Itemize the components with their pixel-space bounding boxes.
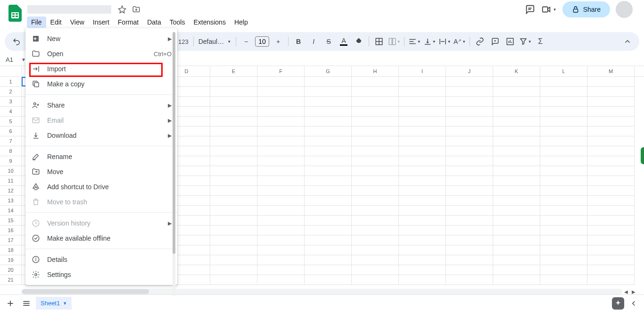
- cell[interactable]: [540, 176, 587, 186]
- cell[interactable]: [446, 235, 493, 245]
- cell[interactable]: [446, 176, 493, 186]
- row-header[interactable]: 12: [0, 186, 22, 196]
- share-button[interactable]: Share: [562, 1, 610, 17]
- cell[interactable]: [257, 186, 305, 196]
- cell[interactable]: [305, 136, 352, 146]
- cell[interactable]: [540, 245, 587, 255]
- fill-color-button[interactable]: [352, 34, 366, 49]
- cell[interactable]: [540, 166, 587, 176]
- comment-history-icon[interactable]: [524, 4, 536, 15]
- column-header[interactable]: M: [587, 66, 635, 76]
- row-header[interactable]: 17: [0, 235, 22, 245]
- row-header[interactable]: 14: [0, 206, 22, 216]
- cell[interactable]: [493, 226, 540, 235]
- cell[interactable]: [257, 176, 305, 186]
- cell[interactable]: [540, 275, 587, 285]
- file-menu-download[interactable]: Download ▶: [25, 128, 177, 143]
- cell[interactable]: [210, 156, 257, 166]
- cell[interactable]: [493, 216, 540, 226]
- cell[interactable]: [399, 77, 446, 87]
- cell[interactable]: [210, 166, 257, 176]
- add-sheet-button[interactable]: [4, 297, 17, 310]
- cell[interactable]: [352, 146, 399, 156]
- cell[interactable]: [305, 126, 352, 136]
- row-header[interactable]: 10: [0, 166, 22, 176]
- cell[interactable]: [352, 245, 399, 255]
- file-menu-settings[interactable]: Settings: [25, 267, 177, 282]
- strikethrough-button[interactable]: S: [322, 34, 336, 49]
- cell[interactable]: [399, 126, 446, 136]
- column-header[interactable]: E: [210, 66, 257, 76]
- cell[interactable]: [210, 97, 257, 107]
- cell[interactable]: [305, 87, 352, 97]
- row-header[interactable]: 20: [0, 265, 22, 275]
- cell[interactable]: [399, 97, 446, 107]
- cell[interactable]: [587, 176, 635, 186]
- menu-tools[interactable]: Tools: [165, 17, 190, 28]
- cell[interactable]: [493, 87, 540, 97]
- file-menu-share[interactable]: Share ▶: [25, 98, 177, 113]
- file-menu-import[interactable]: Import: [25, 61, 177, 76]
- cell[interactable]: [210, 176, 257, 186]
- cell[interactable]: [587, 265, 635, 275]
- cell[interactable]: [210, 107, 257, 117]
- borders-button[interactable]: [372, 34, 386, 49]
- cell[interactable]: [540, 87, 587, 97]
- file-menu-open[interactable]: Open Ctrl+O: [25, 46, 177, 61]
- select-all-corner[interactable]: [0, 66, 22, 76]
- cell[interactable]: [587, 196, 635, 206]
- sheets-logo-icon[interactable]: [6, 4, 25, 23]
- all-sheets-button[interactable]: [20, 297, 33, 310]
- vertical-align-button[interactable]: ▼: [422, 34, 437, 49]
- row-header[interactable]: 15: [0, 216, 22, 226]
- file-menu-rename[interactable]: Rename: [25, 149, 177, 164]
- cell[interactable]: [446, 206, 493, 216]
- row-header[interactable]: 5: [0, 117, 22, 126]
- cell[interactable]: [305, 216, 352, 226]
- cell[interactable]: [210, 186, 257, 196]
- cell[interactable]: [446, 77, 493, 87]
- functions-button[interactable]: Σ: [533, 34, 547, 49]
- bold-button[interactable]: B: [291, 34, 305, 49]
- menu-insert[interactable]: Insert: [89, 17, 114, 28]
- file-menu-add-shortcut[interactable]: Add shortcut to Drive: [25, 179, 177, 194]
- cell[interactable]: [493, 107, 540, 117]
- cell[interactable]: [352, 275, 399, 285]
- cell[interactable]: [305, 196, 352, 206]
- italic-button[interactable]: I: [306, 34, 321, 49]
- column-header[interactable]: F: [257, 66, 305, 76]
- cell[interactable]: [352, 97, 399, 107]
- cell[interactable]: [399, 107, 446, 117]
- cell[interactable]: [587, 107, 635, 117]
- cell[interactable]: [399, 166, 446, 176]
- cell[interactable]: [305, 176, 352, 186]
- row-header[interactable]: 18: [0, 245, 22, 255]
- cell[interactable]: [257, 216, 305, 226]
- cell[interactable]: [257, 87, 305, 97]
- cell[interactable]: [257, 245, 305, 255]
- cell[interactable]: [399, 87, 446, 97]
- cell[interactable]: [446, 255, 493, 265]
- cell[interactable]: [305, 226, 352, 235]
- horizontal-align-button[interactable]: ▼: [407, 34, 421, 49]
- cell[interactable]: [446, 186, 493, 196]
- sheet-tab-menu-icon[interactable]: ▼: [63, 301, 67, 306]
- cell[interactable]: [210, 235, 257, 245]
- cell[interactable]: [305, 117, 352, 126]
- cell[interactable]: [446, 87, 493, 97]
- cell[interactable]: [540, 196, 587, 206]
- cell[interactable]: [493, 146, 540, 156]
- cell[interactable]: [352, 156, 399, 166]
- cell[interactable]: [210, 245, 257, 255]
- cell[interactable]: [352, 265, 399, 275]
- cell[interactable]: [305, 206, 352, 216]
- cell[interactable]: [257, 235, 305, 245]
- row-header[interactable]: 7: [0, 136, 22, 146]
- cell[interactable]: [446, 275, 493, 285]
- cell[interactable]: [305, 186, 352, 196]
- document-title[interactable]: [27, 5, 111, 14]
- cell[interactable]: [446, 196, 493, 206]
- cell[interactable]: [587, 226, 635, 235]
- cell[interactable]: [540, 146, 587, 156]
- cell[interactable]: [587, 126, 635, 136]
